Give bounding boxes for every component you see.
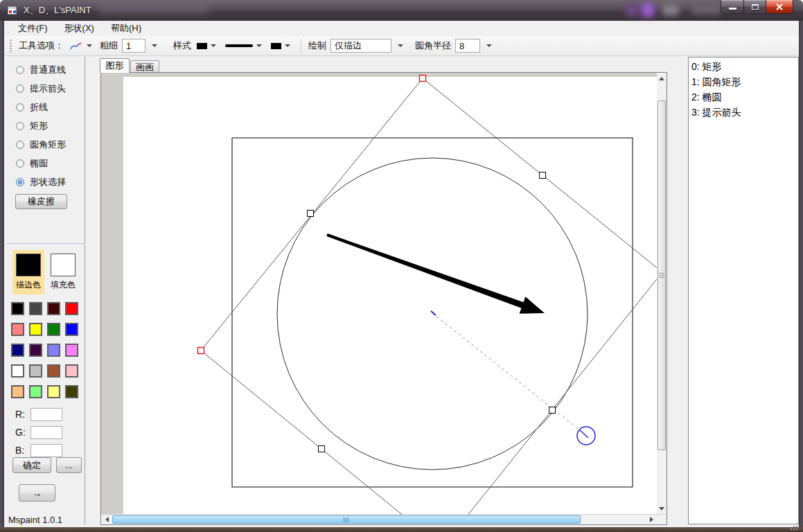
g-input[interactable]	[30, 426, 62, 439]
shape-ellipse[interactable]	[277, 158, 588, 470]
menubar: 文件(F)形状(X)帮助(H)	[4, 21, 799, 36]
shape-hint-arrow[interactable]	[326, 233, 545, 314]
scroll-down-button[interactable]	[657, 503, 667, 514]
corner-handle[interactable]	[198, 348, 204, 354]
shape-list-item[interactable]: 2: 椭圆	[689, 89, 798, 105]
palette-swatch-0[interactable]	[11, 302, 24, 315]
palette-swatch-13[interactable]	[29, 364, 42, 378]
palette-swatch-18[interactable]	[47, 385, 60, 398]
resize-grip[interactable]	[796, 523, 797, 524]
palette-swatch-3[interactable]	[65, 302, 78, 315]
edge-handle[interactable]	[308, 211, 314, 217]
line-style-dropdown[interactable]	[224, 43, 265, 48]
canvas-hscrollbar[interactable]	[101, 515, 657, 524]
edge-handle[interactable]	[540, 172, 546, 179]
radio-icon	[16, 178, 24, 186]
dropdown-arrow-icon	[87, 44, 92, 47]
dropdown-arrow-icon[interactable]	[398, 44, 403, 47]
stroke-color-swatch[interactable]: 描边色	[12, 250, 44, 294]
fill-color-swatch[interactable]: 填充色	[47, 250, 79, 294]
dropdown-arrow-icon[interactable]	[486, 44, 492, 47]
corner-radius-combobox[interactable]: 8	[455, 39, 480, 53]
thumb-grip-icon	[344, 517, 350, 522]
apply-arrow-button[interactable]: →	[19, 484, 55, 502]
palette-swatch-10[interactable]	[47, 344, 60, 357]
draw-mode-value: 仅描边	[335, 39, 362, 52]
g-label: G:	[15, 427, 30, 438]
thickness-combobox[interactable]: 1	[122, 39, 145, 53]
up-arrow-icon	[659, 77, 664, 80]
toolbar-separator	[301, 39, 301, 53]
maximize-button[interactable]	[743, 0, 766, 14]
shape-option-shape-select[interactable]: 形状选择	[16, 175, 66, 189]
palette-swatch-8[interactable]	[11, 344, 24, 357]
palette-swatch-6[interactable]	[47, 323, 60, 336]
shape-list-item[interactable]: 1: 圆角矩形	[689, 74, 798, 89]
dropdown-arrow-icon[interactable]	[152, 44, 157, 47]
palette-swatch-2[interactable]	[47, 302, 60, 315]
more-colors-button[interactable]: ...	[56, 457, 82, 473]
menu-item-shape[interactable]: 形状(X)	[56, 21, 103, 36]
canvas-vscrollbar[interactable]	[657, 73, 667, 514]
shape-list-item[interactable]: 0: 矩形	[689, 59, 798, 74]
menu-item-help[interactable]: 帮助(H)	[103, 21, 150, 36]
scrollbar-corner	[657, 515, 667, 524]
palette-swatch-16[interactable]	[11, 385, 24, 398]
r-input[interactable]	[30, 408, 62, 421]
draw-mode-label: 绘制	[308, 39, 326, 52]
palette-swatch-15[interactable]	[65, 364, 78, 378]
toolbar-grip-icon	[10, 39, 12, 52]
palette-swatch-4[interactable]	[11, 323, 24, 336]
palette-swatch-11[interactable]	[65, 344, 78, 357]
stroke-color-box	[16, 254, 41, 276]
rgb-row-b: B:	[15, 443, 62, 457]
stroke-style-dropdown[interactable]	[195, 42, 220, 51]
palette-swatch-12[interactable]	[11, 364, 24, 378]
edge-handle[interactable]	[319, 446, 325, 452]
shape-option-hint-arrow[interactable]: 提示箭头	[16, 81, 66, 96]
shape-option-list: 普通直线提示箭头折线矩形圆角矩形椭圆形状选择	[16, 62, 66, 193]
window-frame-bottom	[0, 527, 803, 532]
maximize-icon	[752, 4, 759, 10]
shape-option-rectangle[interactable]: 矩形	[16, 118, 66, 133]
right-arrow-icon: →	[33, 488, 42, 499]
hscroll-thumb[interactable]	[112, 515, 581, 524]
draw-mode-combobox[interactable]: 仅描边	[330, 39, 391, 53]
fill-style-dropdown[interactable]	[270, 42, 294, 51]
solid-line-icon	[225, 44, 253, 47]
tab-drawing[interactable]: 画画	[130, 60, 159, 73]
close-button[interactable]	[766, 0, 793, 14]
palette-swatch-1[interactable]	[29, 302, 42, 315]
scroll-left-button[interactable]	[101, 515, 112, 524]
ok-button[interactable]: 确定	[12, 457, 51, 473]
toolbar: 工具选项： 粗细 1 样式 绘制 仅描边 圆角半径 8	[4, 36, 799, 56]
palette-swatch-9[interactable]	[29, 344, 42, 357]
shape-option-rounded-rectangle[interactable]: 圆角矩形	[16, 137, 66, 152]
thickness-value: 1	[126, 41, 131, 51]
scroll-right-button[interactable]	[646, 515, 657, 524]
tab-graphics[interactable]: 图形	[100, 58, 130, 73]
palette-swatch-5[interactable]	[29, 323, 42, 336]
palette-swatch-17[interactable]	[29, 385, 42, 398]
b-input[interactable]	[30, 444, 62, 457]
shape-option-polyline[interactable]: 折线	[16, 100, 66, 114]
palette-swatch-7[interactable]	[65, 323, 78, 336]
palette-swatch-19[interactable]	[65, 385, 78, 398]
shape-option-ellipse[interactable]: 椭圆	[16, 156, 66, 170]
shape-rotated-square[interactable]	[201, 78, 662, 524]
vscroll-thumb[interactable]	[658, 100, 666, 450]
scroll-up-button[interactable]	[657, 73, 667, 84]
menu-item-file[interactable]: 文件(F)	[10, 21, 56, 36]
shape-list-item[interactable]: 3: 提示箭头	[689, 105, 798, 120]
eraser-button[interactable]: 橡皮擦	[15, 194, 67, 209]
corner-handle[interactable]	[420, 76, 426, 82]
radio-icon	[16, 159, 24, 168]
minimize-button[interactable]	[721, 0, 744, 14]
shape-option-line[interactable]: 普通直线	[16, 62, 66, 77]
radio-icon	[16, 141, 24, 149]
canvas-panel	[100, 72, 667, 525]
edge-handle[interactable]	[549, 407, 556, 414]
shape-list[interactable]: 0: 矩形1: 圆角矩形2: 椭圆3: 提示箭头	[688, 57, 799, 524]
tool-picker-dropdown[interactable]	[68, 39, 96, 53]
palette-swatch-14[interactable]	[47, 364, 60, 378]
